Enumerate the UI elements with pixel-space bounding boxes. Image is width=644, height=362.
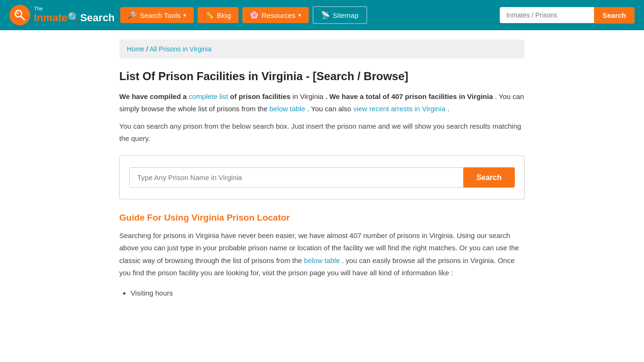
intro-bold-total: . We have a total of 407 prison faciliti… [325, 92, 493, 100]
sitemap-label: Sitemap [333, 11, 359, 19]
below-table-link[interactable]: below table [269, 105, 305, 113]
blog-icon: ✏️ [205, 11, 214, 19]
intro-bold-we: We have compiled a [119, 92, 189, 100]
search-tools-label: Search Tools [140, 11, 180, 19]
prison-search-input[interactable] [129, 167, 463, 188]
guide-below-table-link[interactable]: below table [304, 256, 340, 264]
guide-paragraph: Searching for prisons in Virginia have n… [119, 230, 525, 279]
logo-text: The Inmate🔍Search [34, 6, 115, 25]
blog-button[interactable]: ✏️ Blog [198, 7, 239, 23]
intro-bold-of: of prison facilities [230, 92, 290, 100]
breadcrumb-current[interactable]: All Prisons in Virginia [149, 45, 211, 53]
chevron-down-icon: ▾ [183, 12, 186, 18]
resources-icon: 🌸 [250, 11, 259, 19]
main-nav: 🔎 Search Tools ▾ ✏️ Blog 🌸 Resources ▾ 📡… [120, 6, 494, 24]
guide-list: Visiting hours [131, 287, 525, 299]
sitemap-icon: 📡 [321, 11, 330, 19]
header-search-input[interactable] [500, 7, 594, 23]
search-tools-icon: 🔎 [128, 11, 137, 19]
sitemap-button[interactable]: 📡 Sitemap [313, 6, 367, 24]
site-logo[interactable]: The Inmate🔍Search [9, 5, 115, 25]
header-search-bar: Search [500, 7, 635, 24]
logo-icon [9, 5, 30, 25]
breadcrumb-home[interactable]: Home [127, 45, 144, 53]
header-search-button[interactable]: Search [594, 7, 635, 24]
intro-paragraph: We have compiled a complete list of pris… [119, 90, 525, 115]
description-paragraph: You can search any prison from the below… [119, 120, 525, 144]
blog-label: Blog [217, 11, 231, 19]
resources-label: Resources [262, 11, 296, 19]
breadcrumb: Home / All Prisons in Virginia [119, 40, 525, 58]
list-item: Visiting hours [131, 287, 525, 299]
resources-button[interactable]: 🌸 Resources ▾ [242, 7, 309, 23]
recent-arrests-link[interactable]: view recent arrests in Virginia [353, 105, 446, 113]
svg-line-2 [21, 16, 25, 20]
prison-search-button[interactable]: Search [463, 167, 515, 188]
guide-title: Guide For Using Virginia Prison Locator [119, 213, 525, 223]
breadcrumb-separator: / [146, 45, 148, 53]
prison-search-container: Search [119, 156, 525, 199]
search-tools-button[interactable]: 🔎 Search Tools ▾ [120, 7, 193, 23]
complete-list-link[interactable]: complete list [189, 92, 228, 100]
chevron-down-icon-2: ▾ [298, 12, 301, 18]
svg-point-1 [17, 12, 18, 14]
page-title: List Of Prison Facilities in Virginia - … [119, 70, 525, 83]
